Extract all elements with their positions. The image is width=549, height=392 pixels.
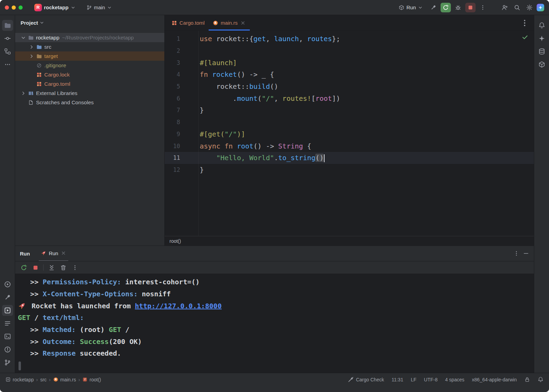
- search-everywhere-button[interactable]: [512, 3, 522, 12]
- terminal-tool-button[interactable]: [2, 331, 13, 342]
- breadcrumb[interactable]: root(): [170, 238, 181, 244]
- code-line-9[interactable]: 9#[get("/")]: [165, 128, 534, 140]
- tree-item-rocketapp[interactable]: rocketapp~/RustroverProjects/rocketapp: [15, 33, 164, 42]
- status-crumb-main-rs[interactable]: Rmain.rs: [53, 377, 76, 382]
- encoding-widget[interactable]: UTF-8: [424, 377, 438, 382]
- branch-name: main: [94, 4, 105, 10]
- zoom-window-button[interactable]: [19, 5, 23, 10]
- tree-item-scratches-and-consoles[interactable]: Scratches and Consoles: [15, 98, 164, 107]
- console-text: >>: [18, 278, 43, 286]
- console-output[interactable]: >> Permissions-Policy: interest-cohort=(…: [15, 274, 534, 373]
- problems-tool-button[interactable]: [2, 344, 13, 355]
- code-line-5[interactable]: 5 rocket::build(): [165, 81, 534, 93]
- code-line-2[interactable]: 2: [165, 45, 534, 57]
- code-line-10[interactable]: 10async fn root() -> String {: [165, 140, 534, 152]
- code-editor[interactable]: 1use rocket::{get, launch, routes};23#[l…: [165, 31, 534, 236]
- code-token: (: [258, 94, 262, 103]
- rerun-button[interactable]: [20, 264, 27, 271]
- close-icon[interactable]: [61, 250, 66, 256]
- code-token: }: [200, 106, 204, 114]
- tree-item-gitignore[interactable]: .gitignore: [15, 61, 164, 70]
- services-tool-button[interactable]: [2, 279, 13, 290]
- tree-item-label: rocketapp: [36, 35, 59, 41]
- console-link[interactable]: http://127.0.0.1:8000: [135, 302, 222, 310]
- toolchain-widget[interactable]: x86_64-apple-darwin: [472, 377, 517, 382]
- scroll-to-end-button[interactable]: [48, 264, 55, 271]
- project-tool-button[interactable]: [2, 20, 13, 31]
- debug-button[interactable]: [453, 3, 463, 12]
- cargo-tool-button[interactable]: [536, 59, 547, 70]
- stop-button[interactable]: [465, 3, 476, 12]
- cargo-check-widget[interactable]: Cargo Check: [348, 377, 384, 382]
- hide-panel-button[interactable]: [523, 250, 529, 257]
- run-panel-more-button[interactable]: [513, 250, 519, 257]
- status-crumb-src[interactable]: src: [40, 377, 47, 382]
- more-tool-windows-button[interactable]: [2, 59, 13, 70]
- project-tree: rocketapp~/RustroverProjects/rocketappsr…: [15, 30, 164, 107]
- code-line-4[interactable]: 4fn rocket() -> _ {: [165, 69, 534, 81]
- run-tool-button[interactable]: [2, 305, 13, 316]
- widget-label: x86_64-apple-darwin: [472, 377, 517, 382]
- inspections-ok-icon[interactable]: [522, 34, 528, 40]
- tree-item-external-libraries[interactable]: External Libraries: [15, 88, 164, 98]
- chevron-right-icon[interactable]: [29, 54, 34, 59]
- code-line-11[interactable]: 11 "Hello, World".to_string(): [165, 152, 534, 164]
- tab-main-rs[interactable]: Rmain.rs: [209, 15, 249, 31]
- tree-item-cargo-lock[interactable]: Cargo.lock: [15, 70, 164, 79]
- build-button[interactable]: [428, 3, 439, 12]
- line-separator-widget[interactable]: LF: [411, 377, 416, 382]
- run-configuration-selector[interactable]: Run: [397, 3, 425, 12]
- code-token: String: [278, 142, 303, 150]
- console-text: succeeded.: [76, 349, 121, 357]
- commit-tool-button[interactable]: [2, 33, 13, 44]
- settings-button[interactable]: [524, 3, 535, 12]
- build-tool-button[interactable]: [2, 292, 13, 303]
- breadcrumb-separator: ›: [78, 377, 80, 382]
- clear-output-button[interactable]: [59, 264, 67, 271]
- minimize-window-button[interactable]: [12, 5, 16, 10]
- indent-widget[interactable]: 4 spaces: [445, 377, 464, 382]
- code-line-12[interactable]: 12}: [165, 164, 534, 176]
- notifications-button[interactable]: [536, 20, 547, 31]
- tree-item-src[interactable]: src: [15, 42, 164, 51]
- close-window-button[interactable]: [5, 5, 9, 10]
- code-token: #[launch]: [200, 59, 237, 67]
- readonly-widget[interactable]: [524, 377, 530, 382]
- structure-tool-button[interactable]: [2, 46, 13, 57]
- code-line-1[interactable]: 1use rocket::{get, launch, routes};: [165, 33, 534, 45]
- close-icon[interactable]: [240, 20, 246, 26]
- todo-tool-button[interactable]: [2, 318, 13, 329]
- more-actions-button[interactable]: [478, 3, 488, 12]
- run-content-tab[interactable]: Run: [39, 246, 68, 261]
- chevron-right-icon[interactable]: [29, 44, 34, 50]
- chevron-right-icon[interactable]: [21, 91, 26, 96]
- code-with-me-button[interactable]: [500, 3, 510, 12]
- code-line-8[interactable]: 8: [165, 116, 534, 128]
- ai-assistant-button[interactable]: [537, 4, 544, 11]
- run-button[interactable]: [441, 3, 451, 12]
- caret-position-widget[interactable]: 11:31: [392, 377, 403, 382]
- code-line-3[interactable]: 3#[launch]: [165, 57, 534, 69]
- status-crumb-rocketapp[interactable]: rocketapp: [5, 377, 34, 382]
- console-more-button[interactable]: [71, 264, 79, 271]
- rerun-icon: [443, 4, 449, 11]
- tree-item-target[interactable]: target: [15, 51, 164, 61]
- tree-item-cargo-toml[interactable]: Cargo.toml: [15, 79, 164, 88]
- code-line-6[interactable]: 6 .mount("/", routes![root]): [165, 92, 534, 104]
- project-panel-header[interactable]: Project: [15, 15, 164, 30]
- console-text: [76, 337, 80, 346]
- code-token: ,: [266, 35, 274, 43]
- version-control-tool-button[interactable]: [2, 357, 13, 368]
- database-tool-button[interactable]: [536, 46, 547, 57]
- code-line-7[interactable]: 7}: [165, 104, 534, 116]
- tab-options-button[interactable]: [520, 19, 529, 27]
- chevron-down-icon[interactable]: [21, 35, 26, 40]
- branch-widget[interactable]: main: [84, 3, 115, 12]
- stop-button[interactable]: [32, 264, 39, 271]
- project-widget[interactable]: R rocketapp: [32, 2, 78, 13]
- tab-cargo-toml[interactable]: Cargo.toml: [167, 15, 209, 31]
- code-token: () -> _ {: [237, 70, 274, 79]
- notifications-widget[interactable]: [538, 377, 544, 382]
- ai-assistant-tool-button[interactable]: [536, 33, 547, 44]
- status-crumb-root[interactable]: froot(): [82, 377, 101, 382]
